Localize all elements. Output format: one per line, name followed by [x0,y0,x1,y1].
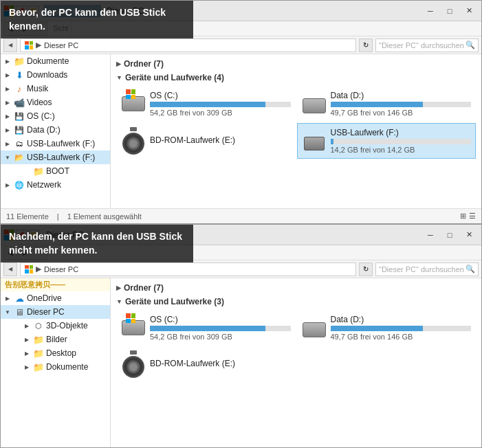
sidebar-label: USB-Laufwerk (F:) [27,153,95,162]
drive-item-usb-1[interactable]: USB-Laufwerk (F:) 14,2 GB frei von 14,2 … [297,123,476,159]
geraete-header-1[interactable]: ▼ Geräte und Laufwerke (4) [111,71,481,85]
drive-info-osc-2: OS (C:) 54,2 GB frei von 309 GB [150,315,291,341]
arrow-icon: ▶ [3,181,12,189]
ordner-header-1[interactable]: ▶ Ordner (7) [111,57,481,71]
sidebar-item-bilder-2[interactable]: ▶ 📁 Bilder [1,333,110,346]
maximize-button-1[interactable]: □ [440,4,459,18]
drive-info-bd: BD-ROM-Laufwerk (E:) [150,135,291,146]
view-list-icon[interactable]: ☰ [469,212,476,221]
file-area-1: ▶ Ordner (7) ▼ Geräte und Laufwerke (4) [111,54,481,208]
sidebar-item-3dobjs-2[interactable]: ▶ ⬡ 3D-Objekte [1,319,110,333]
sidebar-item-network-1[interactable]: ▶ 🌐 Netzwerk [1,178,110,192]
arrow-icon: ▶ [3,139,12,148]
drive-item-osc-2[interactable]: OS (C:) 54,2 GB frei von 309 GB [116,310,296,346]
sidebar-item-usbf-collapsed-1[interactable]: ▶ 🗂 USB-Laufwerk (F:) [1,137,110,150]
drive-space-data: 49,7 GB frei von 146 GB [331,109,472,117]
video-icon: 📹 [14,97,25,108]
arrow-icon: ▶ [23,322,31,330]
geraete-label-2: Geräte und Laufwerke (3) [125,297,224,306]
drive-name-usb: USB-Laufwerk (F:) [331,128,472,137]
sidebar-item-boot-1[interactable]: ▶ 📁 BOOT [1,164,110,178]
drive-item-bd-2[interactable]: BD-ROM-Laufwerk (E:) [116,347,296,381]
music-icon: ♪ [14,83,25,94]
sidebar-item-videos-1[interactable]: ▶ 📹 Videos [1,96,110,109]
drive-icon-osc-2 [121,315,146,340]
drive-item-bd-1[interactable]: BD-ROM-Laufwerk (E:) [116,123,296,159]
sidebar-item-onedrive-2[interactable]: ▶ ☁ OneDrive [1,291,110,305]
refresh-btn-2[interactable]: ↻ [359,262,373,276]
sidebar-label: Downloads [27,70,67,80]
geraete-header-2[interactable]: ▼ Geräte und Laufwerke (3) [111,295,481,309]
minimize-button-1[interactable]: ─ [421,4,440,18]
maximize-button-2[interactable]: □ [440,228,459,242]
pc-icon: 🖥 [14,306,25,317]
drive-item-osc-1[interactable]: OS (C:) 54,2 GB frei von 309 GB [116,86,296,122]
search-placeholder-2: "Dieser PC" durchsuchen [379,265,464,273]
sidebar-2: 告别恶意拷贝—— ▶ ☁ OneDrive ▼ 🖥 Dieser PC ▶ ⬡ … [1,278,111,447]
drive-icon-usb [302,128,327,153]
arrow-icon: ▶ [3,112,12,120]
close-button-2[interactable]: ✕ [459,228,479,242]
sidebar-label: 3D-Objekte [46,321,88,331]
chevron-right-icon: ▶ [116,60,121,67]
content-area-2: 告别恶意拷贝—— ▶ ☁ OneDrive ▼ 🖥 Dieser PC ▶ ⬡ … [1,278,481,447]
chevron-down-icon: ▼ [116,298,122,305]
arrow-icon: ▶ [23,363,31,371]
quick-access-label: 告别恶意拷贝—— [5,280,65,290]
drive-name-data: Data (D:) [331,91,472,100]
titlebar-buttons-2: ─ □ ✕ [421,228,479,242]
addressbar-2: ◀ ▶ Dieser PC ↻ "Dieser PC" durchsuchen … [1,260,481,278]
progress-fill-osc [150,102,265,107]
drive-item-datad-1[interactable]: Data (D:) 49,7 GB frei von 146 GB [297,86,476,122]
sidebar-item-usbf-expanded-1[interactable]: ▼ 📂 USB-Laufwerk (F:) [1,150,110,164]
drive-info-data: Data (D:) 49,7 GB frei von 146 GB [331,91,472,117]
address-text-2: Dieser PC [44,265,78,273]
search-icon-1: 🔍 [465,41,475,49]
drive-item-datad-2[interactable]: Data (D:) 49,7 GB frei von 146 GB [297,310,476,346]
sidebar-item-dieserpc-2[interactable]: ▼ 🖥 Dieser PC [1,305,110,319]
statusbar-1: 11 Elemente | 1 Element ausgewählt ⊞ ☰ [1,208,481,223]
view-details-icon[interactable]: ⊞ [460,212,466,221]
arrow-icon: ▶ [3,57,12,65]
search-box-1[interactable]: "Dieser PC" durchsuchen 🔍 [375,38,479,52]
folder-icon: 📁 [33,166,44,177]
refresh-btn-1[interactable]: ↻ [359,38,373,52]
arrow-icon: ▶ [3,85,12,93]
search-icon-2: 🔍 [465,265,475,273]
geraete-label-1: Geräte und Laufwerke (4) [125,73,224,82]
search-placeholder-1: "Dieser PC" durchsuchen [379,41,464,49]
addr-back-2[interactable]: ◀ [3,262,17,276]
minimize-button-2[interactable]: ─ [421,228,440,242]
address-path-2[interactable]: ▶ Dieser PC [20,262,356,276]
drive-info-data-2: Data (D:) 49,7 GB frei von 146 GB [331,315,472,341]
close-button-1[interactable]: ✕ [459,4,479,18]
sidebar-item-downloads-1[interactable]: ▶ ⬇ Downloads [1,68,110,82]
ordner-header-2[interactable]: ▶ Ordner (7) [111,281,481,295]
arrow-icon: ▼ [3,153,12,161]
drive-info-osc: OS (C:) 54,2 GB frei von 309 GB [150,91,291,117]
sidebar-item-datad-1[interactable]: ▶ 💾 Data (D:) [1,123,110,137]
file-area-2: ▶ Ordner (7) ▼ Geräte und Laufwerke (3) [111,278,481,447]
folder-icon: 📁 [33,348,44,359]
arrow-icon: ▶ [23,349,31,357]
quick-access-bar: 告别恶意拷贝—— [1,278,110,291]
drive-name-bd: BD-ROM-Laufwerk (E:) [150,135,291,145]
arrow-icon: ▶ [3,98,12,107]
drive-icon-data [302,91,327,116]
window-2: 📌 📁 Dieser PC ─ □ ✕ ◀ ▶ ↑ ◀ ▶ Dieser PC … [0,224,482,448]
address-path-1[interactable]: ▶ Dieser PC [20,38,356,52]
search-box-2[interactable]: "Dieser PC" durchsuchen 🔍 [375,262,479,276]
sidebar-item-desktop-2[interactable]: ▶ 📁 Desktop [1,346,110,360]
drive-space-osc: 54,2 GB frei von 309 GB [150,109,291,117]
onedrive-icon: ☁ [14,293,25,304]
sidebar-item-osc-1[interactable]: ▶ 💾 OS (C:) [1,109,110,123]
usb-open-icon: 📂 [14,152,25,163]
drive-icon: 💾 [14,124,25,135]
sidebar-item-dokumente-2[interactable]: ▶ 📁 Dokumente [1,360,110,374]
drive-name-osc-2: OS (C:) [150,315,291,324]
addr-back-1[interactable]: ◀ [3,38,17,52]
progress-bg-data [331,102,472,107]
arrow-icon: ▼ [3,308,12,316]
sidebar-item-dokumente-1[interactable]: ▶ 📁 Dokumente [1,54,110,68]
sidebar-item-musik-1[interactable]: ▶ ♪ Musik [1,82,110,96]
